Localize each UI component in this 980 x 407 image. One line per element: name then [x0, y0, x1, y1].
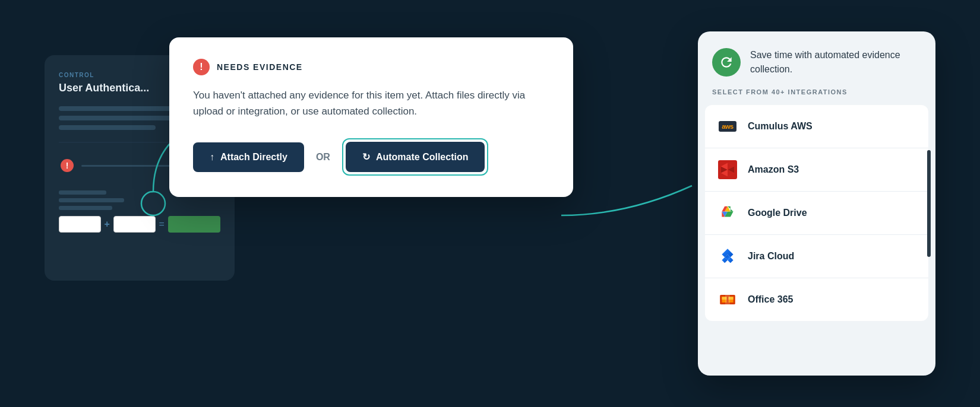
- footer-result: [168, 216, 220, 233]
- needs-evidence-desc: You haven't attached any evidence for th…: [193, 87, 549, 119]
- integrations-list: aws Cumulus AWS: [705, 105, 928, 321]
- aws-name: Cumulus AWS: [748, 121, 813, 132]
- automate-collection-button[interactable]: ↻ Automate Collection: [346, 142, 485, 172]
- attach-directly-button[interactable]: ↑ Attach Directly: [193, 142, 304, 172]
- automate-collection-icon: [712, 48, 741, 77]
- svg-rect-20: [725, 295, 730, 304]
- needs-evidence-icon: !: [193, 59, 210, 75]
- footer-equals: =: [159, 219, 165, 230]
- left-card-line-2: [59, 116, 180, 120]
- refresh-icon: [719, 55, 734, 70]
- jira-logo: [717, 246, 738, 267]
- alert-icon: !: [59, 157, 75, 174]
- footer-plus: +: [105, 219, 110, 230]
- right-card-header: Save time with automated evidence collec…: [698, 31, 935, 88]
- right-card-subtitle: SELECT FROM 40+ INTEGRATIONS: [698, 88, 935, 105]
- footer-line-3: [59, 206, 112, 210]
- s3-logo: [717, 159, 738, 180]
- footer-controls: + =: [59, 216, 220, 233]
- left-card-line-3: [59, 125, 156, 130]
- automate-collection-label: Automate Collection: [376, 152, 469, 163]
- or-label: OR: [316, 152, 330, 163]
- integration-item-office365[interactable]: Office 365: [705, 278, 928, 321]
- integration-item-jira[interactable]: Jira Cloud: [705, 235, 928, 278]
- scene: CONTROL User Authentica... ! + = ! N: [45, 20, 935, 387]
- integration-item-aws[interactable]: aws Cumulus AWS: [705, 105, 928, 148]
- needs-evidence-title: NEEDS EVIDENCE: [217, 62, 303, 72]
- footer-select-2: [113, 216, 156, 233]
- needs-evidence-header: ! NEEDS EVIDENCE: [193, 59, 549, 75]
- aws-logo: aws: [717, 116, 738, 137]
- middle-card: ! NEEDS EVIDENCE You haven't attached an…: [169, 37, 573, 197]
- s3-name: Amazon S3: [748, 164, 799, 175]
- buttons-row: ↑ Attach Directly OR ↻ Automate Collecti…: [193, 138, 549, 176]
- office365-name: Office 365: [748, 294, 793, 305]
- integration-item-s3[interactable]: Amazon S3: [705, 148, 928, 192]
- jira-name: Jira Cloud: [748, 251, 794, 262]
- footer-line-1: [59, 190, 106, 195]
- upload-icon: ↑: [210, 152, 214, 163]
- footer-line-2: [59, 198, 124, 202]
- attach-directly-label: Attach Directly: [220, 152, 287, 163]
- scrollbar[interactable]: [927, 150, 931, 257]
- office365-logo: [717, 289, 738, 310]
- right-card-header-text: Save time with automated evidence collec…: [750, 48, 921, 77]
- gdrive-name: Google Drive: [748, 208, 807, 218]
- gdrive-logo: [717, 202, 738, 224]
- automate-button-wrapper: ↻ Automate Collection: [342, 138, 489, 176]
- automate-icon: ↻: [362, 151, 370, 163]
- integration-item-gdrive[interactable]: Google Drive: [705, 192, 928, 235]
- footer-select-1: [59, 216, 101, 233]
- right-card: Save time with automated evidence collec…: [698, 31, 935, 376]
